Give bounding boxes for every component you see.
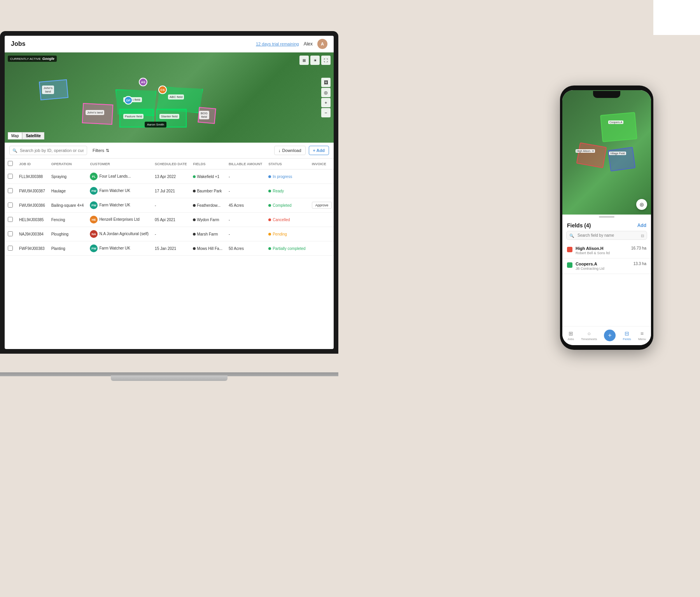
status-cell: Partially completed [265,241,308,256]
table-row: FWF9#J00383 Planting FWFarm Watcher UK 1… [5,241,334,256]
operation-cell: Planting [48,241,87,256]
scheduled-date-cell: - [152,198,190,213]
job-id-cell: FLL9#J00388 [19,175,43,179]
fields-nav-label: Fields [623,337,631,341]
map-grid-btn[interactable]: ⊞ [299,56,309,65]
nav-item-menu[interactable]: ≡ Menu [638,330,646,341]
phone-fields-list: High Alison.H Robert Bell & Sons ltd 16.… [562,243,651,274]
field-hectares: 13.3 ha [634,262,646,266]
operation-cell: Bailing-square 4×4 [48,198,87,213]
nav-item-fields[interactable]: ⊟ Fields [623,330,631,341]
fields-cell: Mows Hill Fa... [190,241,226,256]
row-checkbox[interactable] [8,174,13,179]
scheduled-date-cell: 17 Jul 2021 [152,184,190,198]
status-cell: Completed [265,198,308,213]
map-type-buttons: Map Satellite [8,132,44,140]
phone-field-item[interactable]: Coopers.A JB Contracting Ltd 13.3 ha [562,258,651,274]
phone-location-btn[interactable]: ◎ [636,199,647,210]
currently-active-label: CURRENTLY ACTIVE [10,57,41,61]
app-title: Jobs [11,40,25,47]
invoice-cell [309,227,334,241]
nav-item-jobs[interactable]: ⊞ Jobs [567,330,574,341]
row-checkbox[interactable] [8,231,13,236]
operation-cell: Ploughing [48,227,87,241]
fields-cell: Wydon Farm [190,213,226,227]
row-checkbox[interactable] [8,202,13,208]
fields-search-wrap: 🔍 ⊟ [566,231,647,240]
col-customer: CUSTOMER [87,159,152,169]
google-logo: Google [42,57,54,61]
map-type-satellite-btn[interactable]: Satellite [22,132,44,140]
table-row: HEL9#J00385 Fencing HEHenzell Enterprise… [5,213,334,227]
map-field-johns-land-1 [39,79,68,100]
pin-as: AS [139,78,147,86]
map-type-map-btn[interactable]: Map [8,132,22,140]
field-info: Coopers.A JB Contracting Ltd [576,262,630,271]
download-icon: ↓ [278,148,281,153]
customer-cell: FLFour Leaf Lands... [87,169,152,184]
col-invoice: INVOICE [309,159,334,169]
row-checkbox[interactable] [8,246,13,251]
select-all-checkbox[interactable] [8,161,13,166]
phone-map: Coopers.A High Alison. H Village Field ◎ [562,90,651,215]
phone-screen: Coopers.A High Alison. H Village Field ◎… [562,90,651,345]
jobs-toolbar: 🔍 Filters ⇅ ↓ Download + Add [5,143,334,159]
add-button[interactable]: + Add [309,146,329,155]
person-tooltip: Aaron Smith [145,122,166,127]
fields-add-button[interactable]: Add [637,223,646,228]
col-scheduled-date: SCHEDULED DATE [152,159,190,169]
nav-plus-button[interactable]: + [604,330,616,341]
timesheets-nav-icon: ○ [587,330,590,337]
field-company: Robert Bell & Sons ltd [576,251,628,255]
field-name: Coopers.A [576,262,630,266]
download-button[interactable]: ↓ Download [274,146,305,155]
row-checkbox[interactable] [8,188,13,193]
job-id-cell: NAJ9#J00384 [19,232,44,236]
customer-avatar: FL [90,173,98,180]
nav-item-timesheets[interactable]: ○ Timesheets [581,330,597,341]
pin-dp: DP [124,96,133,105]
phone-field-high-alison [576,142,607,168]
map-zoom-in-btn[interactable]: + [321,98,331,107]
field-name: High Alison.H [576,246,628,251]
operation-cell: Fencing [48,213,87,227]
filter-icon: ⇅ [106,148,109,153]
fields-search-input[interactable] [566,231,647,240]
status-cell: Ready [265,184,308,198]
phone-field-item[interactable]: High Alison.H Robert Bell & Sons ltd 16.… [562,243,651,258]
field-hectares: 16.73 ha [631,246,646,250]
map-zoom-out-btn[interactable]: − [321,108,331,117]
billable-cell: - [226,227,265,241]
map-fullscreen-btn[interactable]: ⛶ [321,56,331,65]
trial-text: 12 days trial remaining [256,42,299,46]
operation-cell: Spraying [48,169,87,184]
search-wrap: 🔍 [9,146,87,155]
fields-panel: Fields (4) Add 🔍 ⊟ High Alison.H Robert … [562,218,651,326]
table-row: NAJ9#J00384 Ploughing NAN.A Jordan Agric… [5,227,334,241]
row-checkbox[interactable] [8,217,13,222]
approve-button[interactable]: Approve [312,202,332,209]
customer-cell: NAN.A Jordan Agricultural (self) [87,227,152,241]
fields-cell: Marsh Farm [190,227,226,241]
avatar: A [317,39,327,49]
status-cell: Cancelled [265,213,308,227]
filters-label: Filters [93,148,104,153]
map-photo-btn[interactable]: 🖼 [321,78,331,87]
job-id-cell: HEL9#J00385 [19,218,44,222]
map-sun-btn[interactable]: ☀ [310,56,320,65]
filters-button[interactable]: Filters ⇅ [90,147,112,155]
field-company: JB Contracting Ltd [576,267,630,271]
fields-filter-icon: ⊟ [641,233,644,237]
customer-cell: HEHenzell Enterprises Ltd [87,213,152,227]
header-right: 12 days trial remaining Alex A [256,39,327,49]
field-color-indicator [567,262,572,268]
phone-frame: Coopers.A High Alison. H Village Field ◎… [560,86,653,350]
map-locate-btn[interactable]: ◎ [321,88,331,97]
scheduled-date-cell: 05 Api 2021 [152,213,190,227]
job-id-cell: FWU9#J00387 [19,189,45,193]
customer-avatar: FW [90,244,98,252]
fields-title: Fields (4) [567,222,591,229]
search-input[interactable] [9,146,87,155]
invoice-cell [309,241,334,256]
currently-active-badge: CURRENTLY ACTIVE Google [8,56,57,62]
